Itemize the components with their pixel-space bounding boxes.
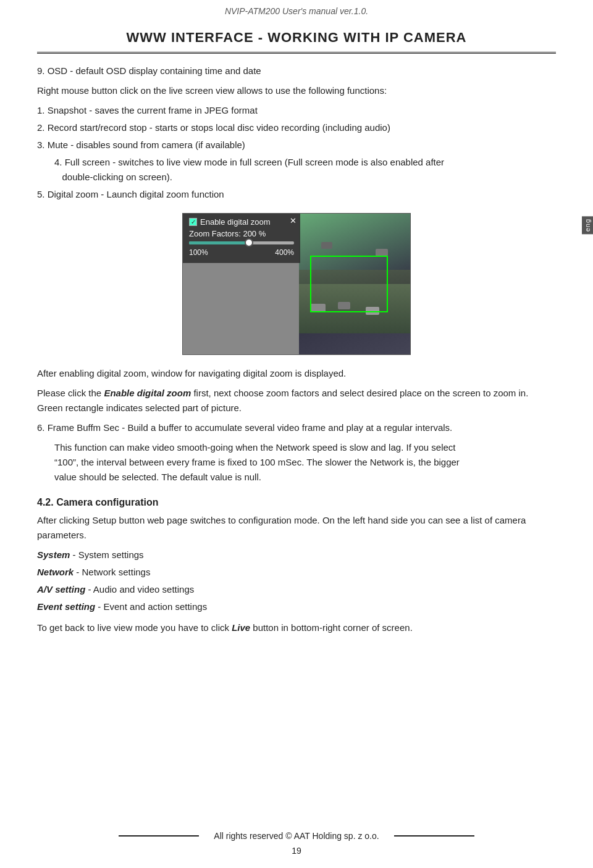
network-label: Network xyxy=(37,567,74,577)
zoom-image-container: ✕ ✓ Enable digital zoom Zoom Factors: 20… xyxy=(37,213,556,355)
event-setting-item: Event setting - Event and action setting… xyxy=(37,599,556,614)
list-item-2: 2. Record start/record stop - starts or … xyxy=(37,120,556,135)
footer-rule-right xyxy=(394,835,474,837)
list-item-4: 4. Full screen - switches to live view m… xyxy=(37,155,556,185)
after-clicking-text: After clicking Setup button web page swi… xyxy=(37,513,556,543)
zoom-slider-fill xyxy=(189,241,247,244)
zoom-percent-row: 100% 400% xyxy=(189,248,294,257)
manual-header: NVIP-ATM200 User's manual ver.1.0. xyxy=(37,0,556,19)
footer-text: All rights reserved © AAT Holding sp. z … xyxy=(214,831,379,841)
zoom-max-percent: 400% xyxy=(275,248,294,257)
zoom-slider-track[interactable] xyxy=(189,241,294,244)
title-divider xyxy=(37,52,556,54)
please-click-text: Please click the Enable digital zoom fir… xyxy=(37,386,556,415)
zoom-slider-thumb[interactable] xyxy=(245,238,253,247)
system-desc: - System settings xyxy=(73,549,144,560)
zoom-selection-rect xyxy=(310,256,388,312)
zoom-factor-text: Zoom Factors: 200 % xyxy=(189,229,294,238)
zoom-checkbox[interactable]: ✓ xyxy=(189,218,197,226)
camera-view xyxy=(299,214,410,354)
zoom-min-percent: 100% xyxy=(189,248,208,257)
list-item-1: 1. Snapshot - saves the current frame in… xyxy=(37,103,556,118)
page-number: 19 xyxy=(37,846,556,856)
live-button-note: To get back to live view mode you have t… xyxy=(37,620,556,635)
function-list: 1. Snapshot - saves the current frame in… xyxy=(37,103,556,202)
list-item-5: 5. Digital zoom - Launch digital zoom fu… xyxy=(37,187,556,202)
list-item-3: 3. Mute - disables sound from camera (if… xyxy=(37,138,556,152)
footer-rule-left xyxy=(119,835,199,837)
right-mouse-intro: Right mouse button click on the live scr… xyxy=(37,83,556,98)
footer: All rights reserved © AAT Holding sp. z … xyxy=(37,830,556,856)
page-main-title: WWW INTERFACE - WORKING WITH IP CAMERA xyxy=(37,30,556,46)
zoom-panel: ✕ ✓ Enable digital zoom Zoom Factors: 20… xyxy=(183,214,300,263)
enable-digital-zoom-ref: Enable digital zoom xyxy=(104,388,191,398)
av-desc: - Audio and video settings xyxy=(88,584,195,595)
av-label: A/V setting xyxy=(37,584,85,595)
event-desc: - Event and action settings xyxy=(98,601,207,612)
close-icon[interactable]: ✕ xyxy=(290,216,296,225)
language-tab: eng xyxy=(582,216,593,234)
osd-item: 9. OSD - default OSD display containing … xyxy=(37,64,556,78)
frame-buff-text: 6. Frame Buffm Sec - Build a buffer to a… xyxy=(37,420,556,485)
network-desc: - Network settings xyxy=(76,567,150,577)
system-item: System - System settings xyxy=(37,548,556,562)
zoom-enable-label: Enable digital zoom xyxy=(200,217,270,227)
zoom-title-row: ✓ Enable digital zoom xyxy=(189,217,294,227)
av-setting-item: A/V setting - Audio and video settings xyxy=(37,582,556,597)
network-item: Network - Network settings xyxy=(37,565,556,580)
after-zoom-text: After enabling digital zoom, window for … xyxy=(37,366,556,381)
zoom-image: ✕ ✓ Enable digital zoom Zoom Factors: 20… xyxy=(182,213,411,355)
live-ref: Live xyxy=(232,622,250,633)
event-label: Event setting xyxy=(37,601,95,612)
camera-config-heading: 4.2. Camera configuration xyxy=(37,497,556,508)
system-label: System xyxy=(37,549,70,560)
